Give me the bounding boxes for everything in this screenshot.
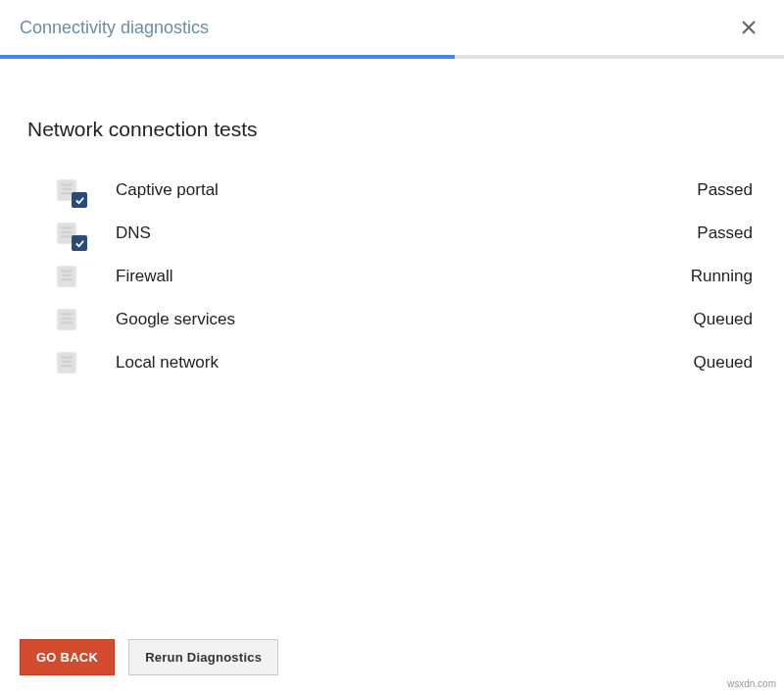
- svg-rect-17: [62, 322, 73, 323]
- document-icon: [53, 306, 80, 333]
- check-icon: [72, 192, 87, 208]
- rerun-diagnostics-button[interactable]: Rerun Diagnostics: [128, 639, 278, 675]
- progress-fill: [0, 55, 455, 59]
- test-status: Running: [691, 267, 757, 286]
- footer: GO BACK Rerun Diagnostics: [0, 620, 784, 695]
- svg-rect-13: [62, 278, 73, 280]
- test-name: Google services: [116, 310, 694, 329]
- svg-rect-20: [62, 361, 73, 363]
- test-name: Captive portal: [116, 180, 697, 200]
- document-icon: [53, 263, 80, 290]
- test-row[interactable]: Firewall Running: [53, 255, 757, 298]
- progress-bar: [0, 55, 784, 59]
- go-back-button[interactable]: GO BACK: [20, 639, 115, 675]
- test-row[interactable]: Local network Queued: [53, 341, 757, 384]
- test-name: Local network: [116, 353, 694, 372]
- test-row[interactable]: DNS Passed: [53, 212, 757, 255]
- tests-list: Captive portal Passed DNS Passed Firewal…: [27, 169, 757, 384]
- svg-rect-11: [62, 271, 73, 273]
- svg-rect-15: [62, 314, 73, 316]
- test-status: Passed: [697, 180, 757, 200]
- test-row[interactable]: Captive portal Passed: [53, 169, 757, 212]
- svg-rect-21: [62, 365, 73, 367]
- document-icon: [53, 349, 80, 376]
- svg-rect-12: [62, 274, 73, 276]
- test-row[interactable]: Google services Queued: [53, 298, 757, 341]
- svg-rect-8: [62, 231, 73, 233]
- svg-rect-9: [62, 235, 73, 237]
- main-content: Network connection tests Captive portal …: [0, 59, 784, 620]
- svg-rect-5: [62, 192, 73, 194]
- watermark: wsxdn.com: [727, 678, 776, 689]
- svg-rect-7: [62, 227, 73, 229]
- test-status: Queued: [694, 310, 758, 329]
- section-title: Network connection tests: [27, 118, 757, 141]
- page-title: Connectivity diagnostics: [20, 18, 209, 38]
- svg-rect-3: [62, 184, 73, 186]
- document-icon: [53, 176, 80, 204]
- close-icon: [742, 21, 756, 34]
- svg-rect-16: [62, 318, 73, 320]
- svg-rect-4: [62, 188, 73, 190]
- test-status: Queued: [694, 353, 758, 372]
- document-icon: [53, 220, 80, 247]
- test-status: Passed: [697, 223, 757, 243]
- test-name: DNS: [116, 223, 697, 243]
- close-button[interactable]: [737, 16, 760, 39]
- header: Connectivity diagnostics: [0, 0, 784, 55]
- svg-rect-19: [62, 357, 73, 359]
- test-name: Firewall: [116, 267, 691, 286]
- check-icon: [72, 235, 87, 251]
